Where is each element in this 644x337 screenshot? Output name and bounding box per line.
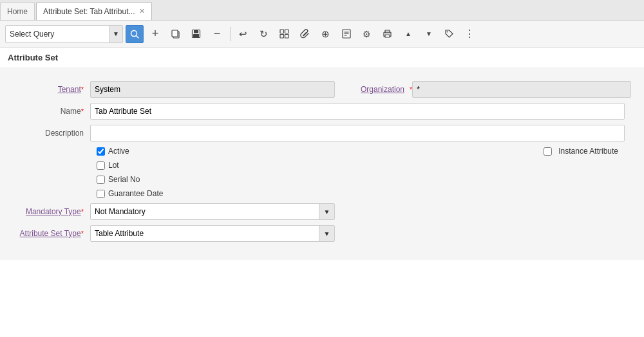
description-row: Description [13,125,631,141]
active-checkbox[interactable] [97,147,105,156]
search-button[interactable] [126,25,144,43]
toolbar: ▼ + − ↩ ↻ ⊕ [0,21,644,48]
svg-rect-7 [280,30,284,33]
lot-checkbox[interactable] [97,161,105,170]
select-query-input[interactable] [6,30,109,39]
copy-button[interactable] [167,25,185,43]
report-button[interactable] [337,25,355,43]
mandatory-type-dropdown-icon[interactable]: ▼ [319,204,334,219]
mandatory-type-required: * [81,208,84,215]
tab-close-icon[interactable]: ✕ [139,7,145,15]
instance-attribute-label: Instance Attribute [558,147,618,156]
mandatory-type-row: Mandatory Type* Not Mandatory Mandatory … [13,203,631,220]
page-content: Attribute Set Tenant* Organization* Name… [0,48,644,337]
org-input[interactable] [412,81,631,98]
org-link[interactable]: Organization [361,85,410,94]
attribute-set-type-label: Attribute Set Type* [13,229,90,238]
tag-button[interactable] [440,25,459,43]
grid-button[interactable] [276,25,294,43]
tenant-link[interactable]: Tenant [58,85,81,94]
more-button[interactable]: ⋮ [461,25,479,43]
save-button[interactable] [187,25,205,43]
select-query-wrapper: ▼ [5,25,123,43]
zoom-in-button[interactable]: ⊕ [317,25,335,43]
tenant-input[interactable] [90,81,335,98]
attribute-set-type-link[interactable]: Attribute Set Type [20,229,81,238]
serial-no-row: Serial No [13,175,631,184]
tenant-label: Tenant* [13,85,90,94]
active-row: Active Instance Attribute [13,147,631,156]
description-input[interactable] [90,125,625,141]
mandatory-type-label: Mandatory Type* [13,207,90,216]
tenant-required: * [81,86,84,93]
lot-row: Lot [13,161,631,170]
svg-rect-10 [285,35,289,39]
svg-point-18 [447,32,448,33]
guarantee-date-checkbox[interactable] [97,190,105,198]
dropdown-button[interactable]: ▼ [420,25,438,43]
add-button[interactable]: + [146,25,164,43]
attribute-set-type-select-wrapper: Table Attribute List Attribute ▼ [90,225,335,242]
mandatory-type-select[interactable]: Not Mandatory Mandatory [91,204,319,219]
svg-rect-8 [285,30,289,33]
description-label-text: Description [45,129,84,138]
print-button[interactable] [379,25,397,43]
form-area: Tenant* Organization* Name* Description [0,68,644,260]
attribute-set-type-row: Attribute Set Type* Table Attribute List… [13,225,631,242]
tab-home[interactable]: Home [0,2,35,20]
serial-no-label: Serial No [108,175,140,184]
section-header: Attribute Set [0,48,644,68]
name-input[interactable] [90,103,625,120]
instance-attr-section: Instance Attribute [544,147,631,156]
serial-no-checkbox[interactable] [97,176,105,184]
guarantee-date-label: Guarantee Date [108,189,163,198]
select-query-dropdown-icon[interactable]: ▼ [109,26,122,42]
up-button[interactable]: ▲ [399,25,417,43]
svg-rect-6 [193,34,199,37]
name-label-text: Name [61,107,81,116]
svg-rect-17 [385,35,390,37]
mandatory-type-link[interactable]: Mandatory Type [26,207,81,216]
undo-button[interactable]: ↩ [234,25,252,43]
svg-rect-9 [280,35,284,39]
org-section: Organization* [335,81,631,98]
tenant-org-row: Tenant* Organization* [13,81,631,98]
attribute-set-type-select[interactable]: Table Attribute List Attribute [91,226,319,241]
attribute-set-type-required: * [81,230,84,237]
name-required: * [81,107,84,115]
tab-attribute-set-label: Attribute Set: Tab Attribut... [43,7,135,16]
guarantee-date-row: Guarantee Date [13,189,631,198]
tab-attribute-set[interactable]: Attribute Set: Tab Attribut... ✕ [36,2,152,20]
mandatory-type-select-wrapper: Not Mandatory Mandatory ▼ [90,203,335,220]
name-label: Name* [13,107,90,116]
refresh-button[interactable]: ↻ [255,25,273,43]
delete-button[interactable]: − [208,25,226,43]
name-row: Name* [13,103,631,120]
svg-line-1 [136,35,138,38]
description-label: Description [13,129,90,138]
separator-1 [230,27,231,41]
svg-rect-16 [385,30,390,33]
attribute-set-type-dropdown-icon[interactable]: ▼ [319,226,334,241]
active-label: Active [108,147,129,156]
settings-button[interactable]: ⚙ [358,25,376,43]
svg-rect-3 [172,30,178,37]
section-title: Attribute Set [8,53,58,62]
svg-rect-5 [194,30,198,33]
lot-label: Lot [108,161,119,170]
instance-attribute-checkbox[interactable] [544,147,552,156]
tab-home-label: Home [7,7,28,16]
attach-button[interactable] [296,25,314,43]
tab-bar: Home Attribute Set: Tab Attribut... ✕ [0,0,644,21]
